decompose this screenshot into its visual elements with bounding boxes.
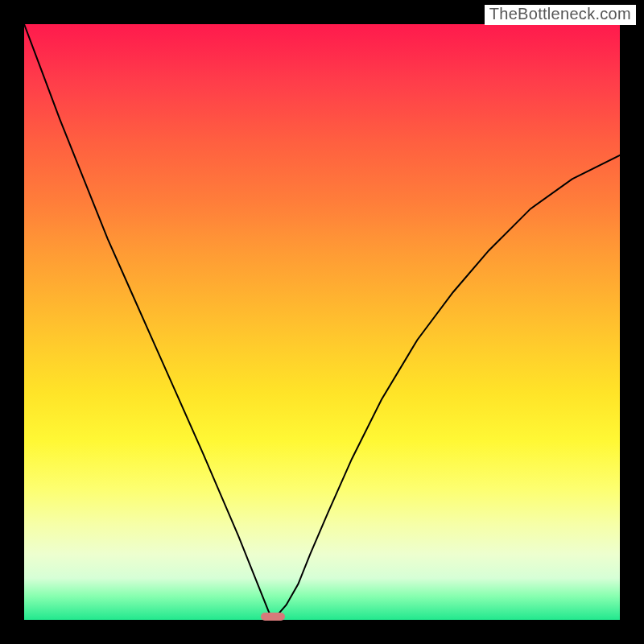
optimal-point-marker <box>261 613 285 621</box>
chart-plot-area <box>24 24 620 620</box>
chart-frame: TheBottleneck.com <box>0 0 644 644</box>
watermark-text: TheBottleneck.com <box>485 5 636 25</box>
